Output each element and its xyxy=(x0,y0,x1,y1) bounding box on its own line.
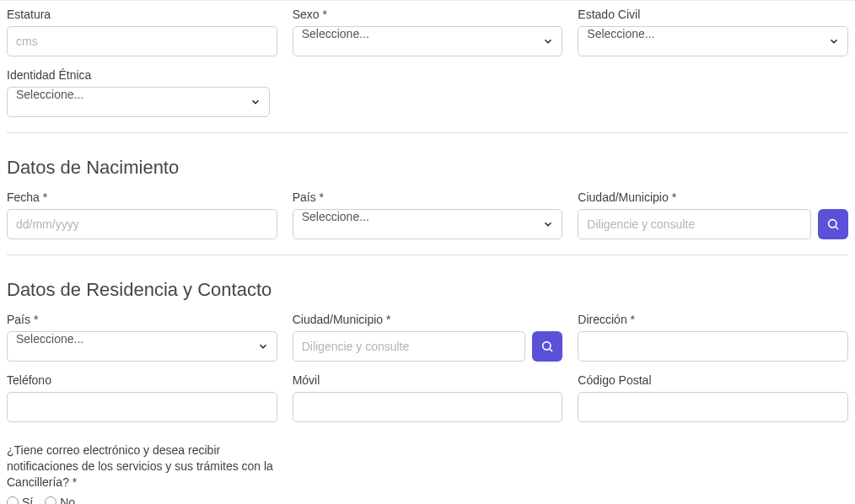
search-icon xyxy=(826,217,840,231)
label-ciudad-nacimiento: Ciudad/Municipio * xyxy=(578,190,848,204)
label-codigo-postal: Código Postal xyxy=(578,373,848,387)
field-direccion: Dirección * xyxy=(578,313,848,362)
input-fecha-nacimiento[interactable] xyxy=(7,209,277,239)
email-question-text: ¿Tiene correo electrónico y desea recibi… xyxy=(7,442,293,491)
svg-point-0 xyxy=(829,220,836,228)
radio-no[interactable]: No xyxy=(45,496,75,504)
svg-point-2 xyxy=(543,342,551,350)
section-title-nacimiento: Datos de Nacimiento xyxy=(7,157,848,179)
field-estatura: Estatura xyxy=(7,8,277,56)
field-pais-residencia: País * Seleccione... xyxy=(7,313,277,362)
select-identidad-etnica[interactable]: Seleccione... xyxy=(7,87,270,117)
field-movil: Móvil xyxy=(293,373,563,422)
input-ciudad-nacimiento[interactable] xyxy=(578,209,811,239)
label-estado-civil: Estado Civil xyxy=(578,8,848,21)
svg-line-3 xyxy=(550,349,552,351)
search-icon xyxy=(540,340,554,353)
field-ciudad-residencia: Ciudad/Municipio * xyxy=(293,313,563,362)
radio-icon xyxy=(45,496,56,504)
divider xyxy=(7,255,848,255)
divider xyxy=(7,132,848,133)
label-ciudad-residencia: Ciudad/Municipio * xyxy=(293,313,563,326)
field-fecha-nacimiento: Fecha * xyxy=(7,190,277,239)
field-estado-civil: Estado Civil Seleccione... xyxy=(578,8,848,56)
label-movil: Móvil xyxy=(293,373,563,387)
label-estatura: Estatura xyxy=(7,8,277,21)
label-direccion: Dirección * xyxy=(578,313,848,326)
select-pais-nacimiento[interactable]: Seleccione... xyxy=(293,209,563,239)
label-fecha-nacimiento: Fecha * xyxy=(7,190,277,204)
input-estatura[interactable] xyxy=(7,26,277,56)
select-estado-civil[interactable]: Seleccione... xyxy=(578,26,848,56)
input-direccion[interactable] xyxy=(578,331,848,362)
radio-icon xyxy=(7,496,19,504)
select-sexo[interactable]: Seleccione... xyxy=(293,26,563,56)
search-ciudad-nacimiento-button[interactable] xyxy=(818,209,848,239)
input-telefono[interactable] xyxy=(7,392,277,422)
radio-no-label: No xyxy=(60,496,75,504)
svg-line-1 xyxy=(836,227,838,229)
input-codigo-postal[interactable] xyxy=(578,392,848,422)
radio-si[interactable]: Sí xyxy=(7,496,33,504)
select-pais-residencia[interactable]: Seleccione... xyxy=(7,331,277,362)
field-ciudad-nacimiento: Ciudad/Municipio * xyxy=(578,190,848,239)
field-codigo-postal: Código Postal xyxy=(578,373,848,422)
input-ciudad-residencia[interactable] xyxy=(293,331,526,362)
section-title-residencia: Datos de Residencia y Contacto xyxy=(7,279,848,301)
label-identidad-etnica: Identidad Étnica xyxy=(7,68,270,82)
input-movil[interactable] xyxy=(293,392,563,422)
label-pais-nacimiento: País * xyxy=(293,190,563,204)
email-notification-question: ¿Tiene correo electrónico y desea recibi… xyxy=(7,442,293,504)
radio-si-label: Sí xyxy=(22,496,33,504)
field-identidad-etnica: Identidad Étnica Seleccione... xyxy=(7,68,270,117)
label-telefono: Teléfono xyxy=(7,373,277,387)
field-sexo: Sexo * Seleccione... xyxy=(293,8,563,56)
field-telefono: Teléfono xyxy=(7,373,277,422)
search-ciudad-residencia-button[interactable] xyxy=(532,331,562,362)
label-sexo: Sexo * xyxy=(293,8,563,21)
field-pais-nacimiento: País * Seleccione... xyxy=(293,190,563,239)
label-pais-residencia: País * xyxy=(7,313,277,326)
